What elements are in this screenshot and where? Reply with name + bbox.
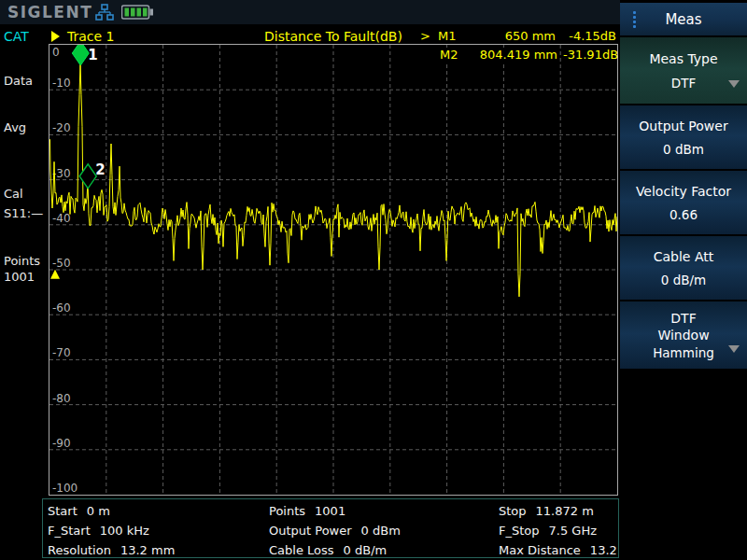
- status-resolution: Resolution13.2 mm: [48, 540, 175, 560]
- lan-icon: [95, 4, 114, 21]
- sidebar-points-value: 1001: [4, 270, 35, 284]
- svg-text:-100: -100: [52, 482, 78, 495]
- svg-text:-80: -80: [52, 392, 71, 405]
- svg-text:-70: -70: [52, 346, 71, 359]
- sidebar-points-label: Points: [4, 254, 40, 268]
- marker-1-diamond[interactable]: [72, 45, 89, 65]
- marker1-active-indicator: >: [420, 29, 430, 43]
- svg-text:-90: -90: [52, 437, 71, 450]
- dtf-window-label: DTF Window: [657, 310, 709, 343]
- sidebar-cal-label: Cal: [4, 187, 23, 201]
- mode-indicator: CAT: [4, 29, 29, 44]
- svg-text:-40: -40: [52, 212, 71, 225]
- marker1-name: M1: [438, 29, 457, 43]
- svg-text:-50: -50: [52, 257, 71, 270]
- menu-item-cable-att[interactable]: Cable Att 0 dB/m: [620, 236, 747, 300]
- dtf-trace-chart: 0-10-20-30-40-50-60-70-80-90-10012: [49, 45, 617, 495]
- analyzer-screen: SIGLENT CAT Data Avg Cal S11:— Points 10…: [0, 0, 747, 560]
- menu-header[interactable]: Meas: [620, 3, 747, 35]
- status-start: Start0 m: [48, 501, 175, 521]
- menu-item-meas-type[interactable]: Meas Type DTF: [620, 37, 747, 104]
- sidebar-avg-label: Avg: [4, 120, 26, 134]
- status-max-distance: Max Distance13.2 m: [499, 540, 633, 560]
- svg-text:0: 0: [52, 46, 60, 59]
- marker-2-diamond[interactable]: [79, 164, 96, 189]
- status-column-start: Start0 m F_Start100 kHz Resolution13.2 m…: [48, 501, 175, 560]
- status-fstop: F_Stop7.5 GHz: [499, 521, 633, 540]
- status-column-stop: Stop11.872 m F_Stop7.5 GHz Max Distance1…: [499, 501, 633, 560]
- svg-text:-10: -10: [52, 77, 71, 90]
- marker2-name: M2: [439, 48, 459, 62]
- battery-icon: [121, 5, 154, 20]
- marker1-amplitude: -4.15dB: [560, 29, 616, 43]
- menu-item-output-power[interactable]: Output Power 0 dBm: [620, 105, 747, 169]
- status-fstart: F_Start100 kHz: [48, 521, 175, 540]
- status-stop: Stop11.872 m: [499, 501, 633, 521]
- status-output-power: Output Power0 dBm: [269, 521, 401, 540]
- plot-area: 0-10-20-30-40-50-60-70-80-90-10012 M2 80…: [49, 44, 618, 496]
- sidebar-s11-status: S11:—: [4, 206, 43, 220]
- marker-2-label: 2: [95, 161, 105, 178]
- sweep-status-bar: Start0 m F_Start100 kHz Resolution13.2 m…: [42, 498, 619, 558]
- status-cable-loss: Cable Loss0 dB/m: [269, 540, 401, 560]
- ref-level-triangle-icon: [50, 270, 60, 279]
- menu-item-velocity-factor[interactable]: Velocity Factor 0.66: [620, 171, 747, 234]
- sidebar-data-label: Data: [4, 74, 33, 88]
- marker2-distance: 804.419 mm: [470, 48, 558, 62]
- status-column-mid: Points1001 Output Power0 dBm Cable Loss0…: [269, 501, 401, 560]
- status-points: Points1001: [269, 501, 401, 521]
- marker-1-label: 1: [88, 47, 97, 63]
- menu-dots-icon: [633, 11, 637, 30]
- marker1-distance: 650 mm: [476, 29, 556, 43]
- dropdown-arrow-icon: [728, 80, 740, 88]
- svg-text:-20: -20: [52, 121, 71, 134]
- marker2-amplitude: -31.91dB: [562, 48, 616, 62]
- softkey-menu: Meas Meas Type DTF Output Power 0 dBm Ve…: [620, 0, 747, 560]
- brand-logo: SIGLENT: [7, 3, 92, 21]
- dropdown-arrow-icon: [728, 345, 740, 353]
- menu-title: Meas: [665, 11, 701, 28]
- menu-item-dtf-window[interactable]: DTF Window Hamming: [620, 301, 747, 369]
- svg-text:-60: -60: [52, 301, 71, 315]
